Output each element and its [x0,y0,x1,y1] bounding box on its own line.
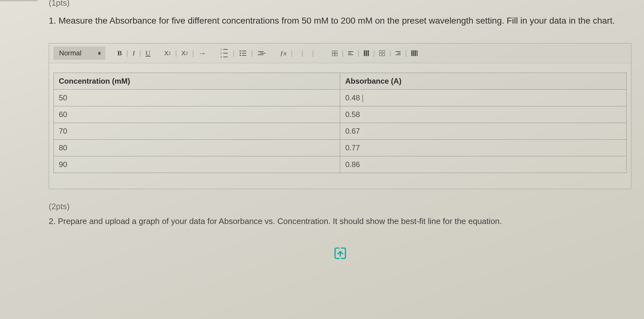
indent-icon [257,51,266,56]
table-row: 700.67 [54,123,627,140]
editor-content-area[interactable]: Concentration (mM) Absorbance (A) 500.48… [49,63,631,189]
subscript-button[interactable]: X2 [162,49,173,58]
toolbar-separator: | [301,49,304,57]
toolbar-separator: | [389,49,392,57]
columns-button[interactable] [362,50,371,57]
toolbar-separator: | [232,49,235,57]
q2-points: (2pts) [49,202,631,211]
superscript-button[interactable]: X2 [180,49,190,58]
arrow-button[interactable]: → [197,48,208,58]
table-row: 800.77 [54,140,627,156]
cell-concentration[interactable]: 80 [54,140,340,156]
paragraph-style-select[interactable]: Normal [53,47,105,60]
toolbar-separator: | [290,49,293,57]
columns-icon [364,50,369,56]
cell-concentration[interactable]: 60 [54,106,340,123]
cell-concentration[interactable]: 90 [54,156,340,173]
paragraph-style-label: Normal [59,49,81,57]
grid-button[interactable] [377,50,387,57]
question-2-text: 2. Prepare and upload a graph of your da… [49,215,631,227]
select-chevron-icon [98,52,101,55]
tab-edge [0,0,38,1]
table-icon [332,51,337,56]
toolbar-separator: | [357,49,360,57]
more-columns-icon [411,50,418,56]
text-cursor [363,95,363,102]
grid-icon [379,50,385,56]
table-header-row: Concentration (mM) Absorbance (A) [54,73,627,90]
bold-button[interactable]: B [115,48,124,58]
unordered-list-icon [239,50,247,57]
toolbar-separator: | [139,49,142,57]
cell-concentration[interactable]: 70 [54,123,340,140]
ordered-list-icon: 1 2 3 [220,48,228,59]
more-columns-button[interactable] [409,50,419,57]
align-left-button[interactable] [346,51,355,56]
toolbar-separator: | [251,49,254,57]
header-concentration[interactable]: Concentration (mM) [54,73,340,90]
ordered-list-button[interactable]: 1 2 3 [218,47,230,60]
toolbar-separator: | [341,49,344,57]
cell-concentration[interactable]: 50 [54,90,340,106]
table-row: 600.58 [54,106,627,123]
insert-table-button[interactable] [330,50,339,57]
header-absorbance[interactable]: Absorbance (A) [340,73,627,90]
align-left-icon [348,51,353,55]
image-button[interactable] [306,48,310,58]
toolbar-separator: | [126,49,129,57]
toolbar-separator: | [312,49,315,57]
editor-toolbar: Normal B | I | U X2 | X2 | → [49,43,631,63]
unordered-list-button[interactable] [237,49,249,57]
cell-absorbance[interactable]: 0.67 [340,123,627,140]
rich-text-editor: Normal B | I | U X2 | X2 | → [49,43,631,189]
cell-absorbance[interactable]: 0.48 [340,90,627,106]
table-row: 900.86 [54,156,627,173]
equation-button[interactable]: ƒx [278,48,288,58]
cell-absorbance[interactable]: 0.77 [340,140,627,156]
toolbar-separator: | [192,49,195,57]
q1-points: (1pts) [49,0,631,8]
cell-absorbance[interactable]: 0.58 [340,106,627,123]
toolbar-separator: | [175,49,178,57]
cell-absorbance[interactable]: 0.86 [340,156,627,173]
data-table[interactable]: Concentration (mM) Absorbance (A) 500.48… [53,73,627,173]
align-right-icon [396,51,401,55]
upload-icon [333,256,347,261]
align-right-button[interactable] [394,51,402,56]
indent-button[interactable] [255,50,268,56]
link-button[interactable] [295,48,299,58]
toolbar-separator: | [373,49,376,57]
question-1-text: 1. Measure the Absorbance for five diffe… [49,14,631,27]
toolbar-separator: | [404,49,408,57]
underline-button[interactable]: U [143,48,152,58]
table-row: 500.48 [54,90,627,106]
mention-button[interactable] [316,48,320,58]
upload-button[interactable] [333,246,347,261]
italic-button[interactable]: I [130,48,136,58]
